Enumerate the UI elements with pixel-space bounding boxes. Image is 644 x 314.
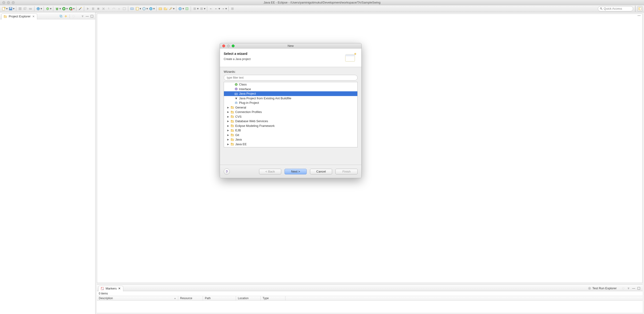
wand-icon[interactable]: [78, 6, 82, 11]
col-location[interactable]: Location: [236, 296, 261, 300]
disclosure-triangle-icon[interactable]: ▶: [227, 143, 230, 146]
bug-icon[interactable]: [55, 6, 60, 11]
dropdown-caret-icon[interactable]: ▾: [6, 7, 8, 10]
wizard-tree-item[interactable]: ▶Connection Profiles: [224, 110, 357, 114]
svg-rect-69: [235, 102, 237, 104]
project-explorer-tab[interactable]: Project Explorer ✕: [2, 13, 37, 19]
help-button[interactable]: ?: [224, 168, 230, 175]
debug-config-icon[interactable]: [45, 6, 50, 11]
dropdown-caret-icon[interactable]: ▾: [139, 7, 141, 10]
new-server-icon[interactable]: [130, 6, 134, 11]
wizard-filter-input[interactable]: [224, 75, 358, 81]
open-perspective-button[interactable]: [638, 6, 642, 11]
wizard-tree-item-label: Git: [235, 133, 239, 137]
disclosure-triangle-icon[interactable]: ▶: [227, 120, 230, 122]
globe-icon[interactable]: [36, 6, 40, 11]
svg-point-55: [622, 287, 624, 289]
jpa-icon[interactable]: [184, 6, 189, 11]
run-last-icon[interactable]: [68, 6, 73, 11]
search-task-icon[interactable]: [168, 6, 173, 11]
svg-rect-24: [123, 7, 126, 10]
disclosure-triangle-icon[interactable]: ▶: [227, 129, 230, 132]
wizard-tree-item[interactable]: ▶Java: [224, 137, 357, 142]
svg-line-68: [237, 97, 237, 98]
save-icon[interactable]: [8, 6, 13, 11]
maximize-view-icon[interactable]: [637, 287, 641, 290]
wizard-tree[interactable]: ▶CClass▶IInterface▶JJava Project▶Java Pr…: [224, 82, 358, 147]
test-run-explorer-label[interactable]: Test Run Explorer: [592, 287, 617, 290]
disclosure-triangle-icon[interactable]: ▶: [227, 138, 230, 141]
align-icon: [192, 6, 197, 11]
wizard-tree-item[interactable]: ▶EJB: [224, 128, 357, 133]
svg-rect-58: [345, 54, 355, 56]
project-explorer-body[interactable]: [0, 19, 95, 314]
svg-line-18: [79, 7, 81, 10]
dropdown-caret-icon[interactable]: ▾: [59, 7, 61, 10]
new-servlet-icon[interactable]: [142, 6, 146, 11]
quick-access-input[interactable]: Quick Access: [598, 6, 633, 11]
dropdown-caret-icon[interactable]: ▾: [13, 7, 14, 10]
new-icon[interactable]: [2, 6, 6, 11]
wizard-tree-item[interactable]: ▶Plug-in Project: [224, 101, 357, 105]
dropdown-caret-icon[interactable]: ▾: [182, 7, 184, 10]
wizard-tree-item[interactable]: ▶Database Web Services: [224, 119, 357, 124]
save-disabled-icon: [18, 6, 22, 11]
wizard-tree-item[interactable]: ▶IInterface: [224, 87, 357, 92]
view-menu-icon[interactable]: ▿: [80, 14, 84, 18]
wizard-tree-item-label: Java: [235, 138, 242, 141]
disclosure-triangle-icon[interactable]: ▶: [227, 125, 230, 127]
dropdown-caret-icon[interactable]: ▾: [153, 7, 155, 10]
new-ejb-icon[interactable]: S: [148, 6, 153, 11]
cancel-button[interactable]: Cancel: [310, 169, 332, 174]
disclosure-triangle-icon[interactable]: ▶: [227, 111, 230, 113]
col-resource[interactable]: Resource: [178, 296, 203, 300]
wizard-tree-item[interactable]: ▶CClass: [224, 82, 357, 87]
editor-canvas[interactable]: [97, 17, 642, 283]
disclosure-triangle-icon[interactable]: ▶: [227, 134, 230, 136]
disclosure-triangle-icon[interactable]: ▶: [227, 115, 230, 118]
dropdown-caret-icon[interactable]: ▾: [146, 7, 148, 10]
open-type-icon[interactable]: [158, 6, 163, 11]
dropdown-caret-icon[interactable]: ▾: [173, 7, 175, 10]
run-icon[interactable]: [62, 6, 66, 11]
link-editor-icon[interactable]: [64, 14, 68, 18]
ant-icon: [234, 96, 238, 100]
dropdown-caret-icon[interactable]: ▾: [73, 7, 75, 10]
new-jsp-icon[interactable]: J: [135, 6, 140, 11]
col-path[interactable]: Path: [203, 296, 236, 300]
svg-point-17: [71, 9, 72, 10]
minimize-editor-icon[interactable]: —: [637, 13, 641, 17]
disclosure-triangle-icon[interactable]: ▶: [227, 106, 230, 109]
col-type[interactable]: Type: [261, 296, 286, 300]
col-description[interactable]: Description▲: [97, 296, 178, 300]
collapse-all-icon[interactable]: [59, 14, 63, 18]
wizard-tree-item[interactable]: ▶Eclipse Modeling Framework: [224, 124, 357, 128]
folder-icon: [230, 124, 234, 128]
dropdown-caret-icon: ▾: [204, 7, 206, 10]
next-button[interactable]: Next >: [284, 169, 307, 174]
dropdown-caret-icon[interactable]: ▾: [40, 7, 42, 10]
open-task-icon[interactable]: [163, 6, 168, 11]
resume-icon: [86, 6, 90, 11]
minimize-view-icon[interactable]: —: [85, 14, 89, 18]
minimize-view-icon[interactable]: —: [632, 287, 636, 290]
saveall-icon: [23, 6, 28, 11]
wizard-tree-item[interactable]: ▶Java Project from Existing Ant Buildfil…: [224, 96, 357, 101]
dropdown-caret-icon[interactable]: ▾: [66, 7, 68, 10]
test-config-icon[interactable]: [621, 287, 625, 290]
dropdown-caret-icon[interactable]: ▾: [50, 7, 52, 10]
main-toolbar: ▾ ▾ ▾ ▾ ▾ ▾ ▾ J ▾ ▾ S ▾ ▾ ▾ ▾ ▾ ← ← ▾ → …: [0, 5, 644, 12]
maximize-view-icon[interactable]: [90, 14, 94, 18]
close-icon[interactable]: ✕: [32, 15, 35, 18]
markers-tab[interactable]: Markers ✕: [98, 286, 123, 291]
wizard-tree-item[interactable]: ▶CVS: [224, 114, 357, 119]
toolbar-separator: [16, 6, 16, 11]
wizard-tree-item[interactable]: ▶Java EE: [224, 142, 357, 147]
test-explorer-close-icon[interactable]: [588, 287, 592, 290]
close-icon[interactable]: ✕: [118, 287, 121, 290]
wizard-tree-item[interactable]: ▶General: [224, 105, 357, 110]
wizard-tree-item[interactable]: ▶JJava Project: [224, 91, 357, 96]
wizard-tree-item[interactable]: ▶Git: [224, 133, 357, 138]
web-browser-icon[interactable]: [178, 6, 182, 11]
view-menu-icon[interactable]: ▿: [626, 287, 630, 290]
